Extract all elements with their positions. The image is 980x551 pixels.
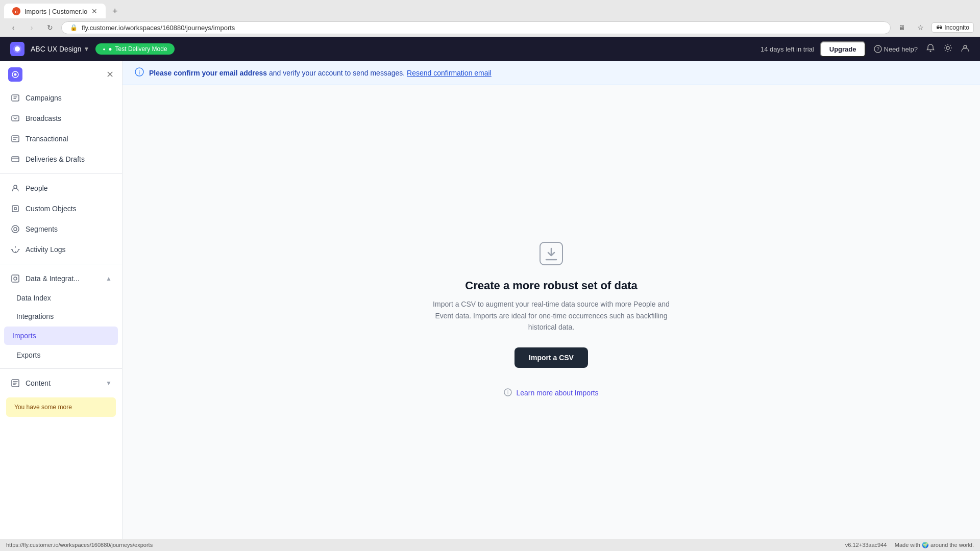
status-left-text: https://fly.customer.io/workspaces/16088… bbox=[6, 542, 153, 548]
segments-icon bbox=[10, 224, 20, 234]
main-content: i Please confirm your email address and … bbox=[122, 61, 980, 551]
svg-rect-15 bbox=[12, 206, 18, 212]
svg-rect-13 bbox=[12, 157, 19, 162]
content-icon bbox=[10, 378, 20, 388]
svg-point-19 bbox=[14, 277, 17, 280]
svg-rect-18 bbox=[12, 275, 19, 282]
svg-point-17 bbox=[14, 228, 17, 231]
notification-icon[interactable] bbox=[926, 43, 935, 55]
incognito-badge: 🕶 Incognito bbox=[932, 22, 974, 33]
sidebar: ✕ Campaigns Broadcasts bbox=[0, 61, 122, 551]
sidebar-item-custom-objects[interactable]: Custom Objects bbox=[0, 198, 122, 219]
top-bar: ABC UX Design ▼ ● Test Delivery Mode 14 … bbox=[0, 37, 980, 61]
svg-text:?: ? bbox=[876, 46, 879, 52]
reload-button[interactable]: ↻ bbox=[43, 20, 57, 35]
data-integrations-icon bbox=[10, 273, 20, 284]
browser-chrome: C Imports | Customer.io ✕ + ‹ › ↻ 🔒 fly.… bbox=[0, 0, 980, 37]
broadcasts-label: Broadcasts bbox=[26, 114, 61, 122]
sidebar-close-icon[interactable]: ✕ bbox=[106, 69, 114, 80]
sidebar-item-segments[interactable]: Segments bbox=[0, 219, 122, 239]
test-delivery-badge[interactable]: ● Test Delivery Mode bbox=[95, 43, 174, 55]
sidebar-item-deliveries[interactable]: Deliveries & Drafts bbox=[0, 149, 122, 169]
confirm-banner: i Please confirm your email address and … bbox=[122, 61, 980, 85]
custom-objects-icon bbox=[10, 204, 20, 214]
address-text: fly.customer.io/workspaces/160880/journe… bbox=[82, 24, 235, 32]
cio-sidebar-logo bbox=[8, 67, 22, 82]
workspace-chevron-icon: ▼ bbox=[84, 45, 90, 53]
campaigns-label: Campaigns bbox=[26, 94, 62, 102]
test-delivery-dot: ● bbox=[108, 45, 112, 53]
broadcasts-icon bbox=[10, 113, 20, 123]
activity-logs-label: Activity Logs bbox=[26, 245, 66, 254]
deliveries-label: Deliveries & Drafts bbox=[26, 155, 85, 163]
learn-more-info-icon: i bbox=[504, 388, 512, 398]
svg-point-14 bbox=[14, 185, 17, 188]
content-chevron-icon: ▼ bbox=[106, 380, 112, 387]
sidebar-item-transactional[interactable]: Transactional bbox=[0, 129, 122, 149]
you-have-more-notice: You have some more bbox=[6, 397, 116, 417]
upgrade-button[interactable]: Upgrade bbox=[820, 41, 866, 57]
transactional-icon bbox=[10, 134, 20, 144]
transactional-label: Transactional bbox=[26, 135, 68, 143]
import-description: Import a CSV to augment your real-time d… bbox=[424, 298, 679, 333]
custom-objects-label: Custom Objects bbox=[26, 205, 77, 213]
tab-title: Imports | Customer.io bbox=[24, 8, 87, 15]
svg-point-16 bbox=[12, 226, 19, 233]
screen-share-icon[interactable]: 🖥 bbox=[895, 20, 909, 35]
account-icon[interactable] bbox=[961, 43, 970, 55]
lock-icon: 🔒 bbox=[70, 24, 78, 31]
new-tab-button[interactable]: + bbox=[108, 4, 122, 18]
sidebar-sub-item-imports[interactable]: Imports bbox=[4, 327, 118, 345]
svg-rect-12 bbox=[12, 136, 19, 142]
sidebar-item-campaigns[interactable]: Campaigns bbox=[0, 88, 122, 108]
deliveries-icon bbox=[10, 154, 20, 164]
address-bar[interactable]: 🔒 fly.customer.io/workspaces/160880/jour… bbox=[61, 21, 891, 34]
incognito-icon: 🕶 bbox=[936, 24, 942, 31]
sidebar-sub-item-exports[interactable]: Exports bbox=[0, 346, 122, 364]
svg-rect-11 bbox=[12, 116, 19, 121]
sidebar-sub-item-data-index[interactable]: Data Index bbox=[0, 289, 122, 307]
sidebar-section-data-integrations[interactable]: Data & Integrat... ▲ bbox=[0, 268, 122, 289]
sidebar-item-broadcasts[interactable]: Broadcasts bbox=[0, 108, 122, 129]
import-title: Create a more robust set of data bbox=[465, 279, 637, 292]
people-icon bbox=[10, 183, 20, 193]
svg-text:i: i bbox=[139, 69, 140, 76]
resend-confirmation-link[interactable]: Resend confirmation email bbox=[407, 69, 492, 77]
help-icon[interactable]: ? Need help? bbox=[874, 45, 918, 53]
segments-label: Segments bbox=[26, 225, 58, 233]
active-tab[interactable]: C Imports | Customer.io ✕ bbox=[4, 4, 106, 19]
svg-point-5 bbox=[930, 51, 932, 52]
svg-point-6 bbox=[946, 46, 949, 49]
data-integrations-label: Data & Integrat... bbox=[26, 274, 80, 283]
svg-text:C: C bbox=[15, 10, 17, 14]
import-csv-button[interactable]: Import a CSV bbox=[514, 347, 588, 368]
learn-more-link[interactable]: i Learn more about Imports bbox=[504, 388, 598, 398]
sidebar-item-activity-logs[interactable]: Activity Logs bbox=[0, 239, 122, 260]
trial-text: 14 days left in trial bbox=[761, 45, 814, 53]
import-download-icon bbox=[536, 238, 567, 269]
campaigns-icon bbox=[10, 93, 20, 103]
svg-rect-10 bbox=[12, 95, 19, 101]
status-bar: https://fly.customer.io/workspaces/16088… bbox=[0, 539, 980, 551]
people-label: People bbox=[26, 184, 48, 192]
workspace-name: ABC UX Design bbox=[31, 45, 82, 53]
content-label: Content bbox=[26, 379, 51, 387]
bookmark-icon[interactable]: ☆ bbox=[913, 20, 927, 35]
status-right: v6.12+33aac944 Made with 🌍 around the wo… bbox=[845, 542, 974, 548]
forward-button[interactable]: › bbox=[24, 20, 39, 35]
sidebar-item-people[interactable]: People bbox=[0, 178, 122, 198]
svg-text:i: i bbox=[507, 390, 508, 395]
sidebar-sub-item-integrations[interactable]: Integrations bbox=[0, 307, 122, 325]
tab-close-icon[interactable]: ✕ bbox=[91, 7, 97, 15]
import-main-area: Create a more robust set of data Import … bbox=[122, 85, 980, 551]
svg-point-9 bbox=[14, 73, 17, 76]
banner-text: Please confirm your email address and ve… bbox=[149, 69, 492, 77]
tab-favicon: C bbox=[12, 7, 20, 15]
data-integrations-chevron-icon: ▲ bbox=[106, 275, 112, 282]
settings-icon[interactable] bbox=[943, 43, 952, 55]
cio-logo bbox=[10, 42, 24, 56]
back-button[interactable]: ‹ bbox=[6, 20, 20, 35]
activity-logs-icon bbox=[10, 244, 20, 255]
banner-info-icon: i bbox=[135, 67, 144, 79]
sidebar-section-content[interactable]: Content ▼ bbox=[0, 373, 122, 393]
